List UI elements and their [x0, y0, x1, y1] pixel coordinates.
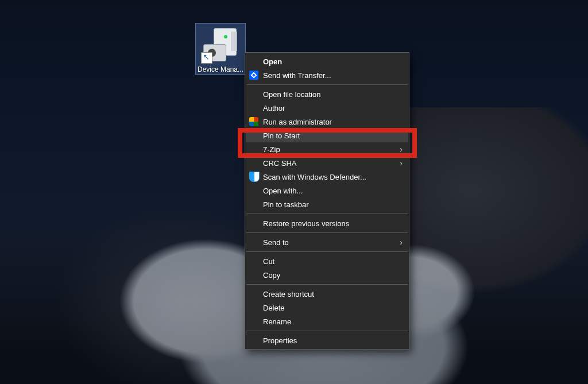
menu-item-label: Open [263, 57, 282, 66]
menu-item-label: Send to [263, 238, 289, 247]
menu-item-label: Properties [263, 336, 297, 345]
menu-item-label: Delete [263, 304, 285, 312]
menu-item-crc-sha[interactable]: CRC SHA› [246, 156, 408, 170]
menu-item-author[interactable]: Author [246, 101, 408, 115]
menu-item-create-shortcut[interactable]: Create shortcut [246, 287, 408, 301]
menu-separator [246, 214, 408, 214]
device-manager-icon [201, 25, 240, 64]
chevron-right-icon: › [400, 158, 403, 168]
menu-separator [246, 251, 408, 252]
menu-item-pin-to-taskbar[interactable]: Pin to taskbar [246, 197, 408, 211]
menu-item-rename[interactable]: Rename [246, 315, 408, 328]
chevron-right-icon: › [400, 238, 403, 247]
menu-item-properties[interactable]: Properties [246, 333, 408, 347]
menu-separator [246, 84, 408, 85]
uac-shield-icon [249, 117, 258, 126]
menu-item-defender[interactable]: Scan with Windows Defender... [246, 170, 408, 184]
menu-item-open-file-location[interactable]: Open file location [246, 87, 408, 101]
menu-item-label: Rename [263, 317, 291, 326]
menu-item-open[interactable]: Open [246, 55, 408, 68]
menu-item-label: Restore previous versions [263, 219, 349, 228]
menu-item-run-as-admin[interactable]: Run as administrator [246, 115, 408, 129]
menu-item-label: Author [263, 104, 285, 113]
menu-separator [246, 331, 408, 331]
menu-item-label: CRC SHA [263, 159, 297, 168]
menu-item-label: 7-Zip [263, 145, 280, 154]
dropbox-icon [249, 71, 258, 80]
defender-shield-icon [249, 172, 260, 182]
shortcut-overlay-icon [201, 52, 212, 64]
menu-item-send-to[interactable]: Send to› [246, 235, 408, 249]
menu-item-label: Send with Transfer... [263, 71, 331, 80]
menu-item-label: Open with... [263, 187, 303, 195]
menu-item-pin-to-start[interactable]: Pin to Start [246, 129, 408, 142]
menu-item-copy[interactable]: Copy [246, 268, 408, 282]
menu-item-label: Cut [263, 257, 274, 266]
menu-item-label: Pin to taskbar [263, 200, 309, 209]
menu-item-label: Create shortcut [263, 290, 314, 298]
desktop-icon-label: Device Mana... [196, 65, 245, 74]
menu-separator [246, 284, 408, 285]
menu-item-restore-prev[interactable]: Restore previous versions [246, 216, 408, 230]
menu-item-delete[interactable]: Delete [246, 301, 408, 315]
chevron-right-icon: › [400, 145, 403, 154]
menu-separator [246, 232, 408, 233]
menu-item-label: Copy [263, 271, 280, 280]
menu-item-label: Open file location [263, 90, 320, 99]
menu-item-open-with[interactable]: Open with... [246, 184, 408, 197]
desktop-icon-device-manager[interactable]: Device Mana... [196, 24, 245, 74]
menu-item-label: Scan with Windows Defender... [263, 173, 366, 181]
menu-item-cut[interactable]: Cut [246, 254, 408, 268]
menu-item-label: Pin to Start [263, 131, 300, 140]
menu-item-label: Run as administrator [263, 118, 332, 126]
menu-item-send-with-transfer[interactable]: Send with Transfer... [246, 68, 408, 82]
context-menu: OpenSend with Transfer...Open file locat… [245, 52, 409, 350]
menu-item-7-zip[interactable]: 7-Zip› [246, 142, 408, 156]
